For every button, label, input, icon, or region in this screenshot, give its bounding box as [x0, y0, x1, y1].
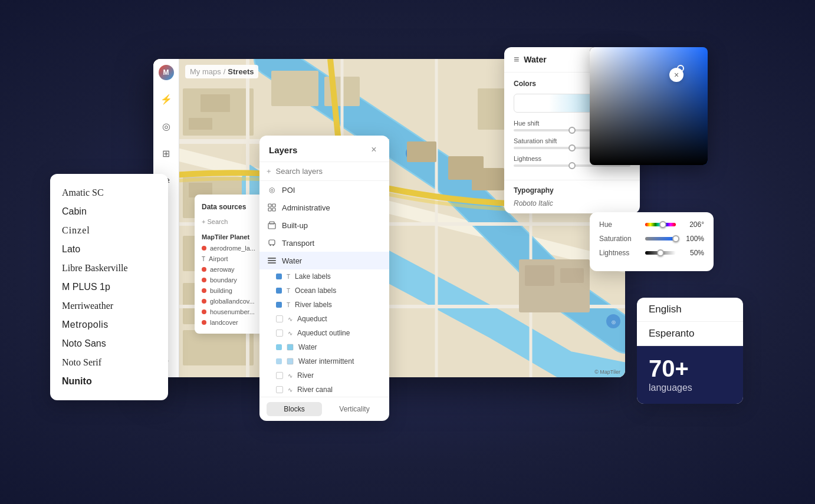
lightness-label: Lightness	[599, 249, 640, 257]
lang-count: 70+	[649, 357, 731, 380]
color-picker-gradient[interactable]	[590, 47, 708, 165]
font-item-cabin[interactable]: Cabin	[50, 202, 168, 221]
font-item-amatic[interactable]: Amatic SC	[50, 183, 168, 202]
layer-item-river-canal[interactable]: ∿ River canal	[259, 383, 389, 397]
lang-count-label: languages	[649, 383, 731, 393]
hue-slider-track[interactable]	[645, 223, 676, 226]
lang-count-box: 70+ languages	[637, 346, 743, 404]
toolbar-lightning[interactable]: ⚡	[158, 91, 175, 107]
lightness-shift-thumb[interactable]	[568, 162, 576, 169]
toolbar-layers[interactable]: ⊞	[158, 145, 175, 162]
svg-rect-44	[269, 240, 275, 245]
layer-item-aqueduct-outline[interactable]: ∿ Aqueduct outline	[259, 326, 389, 340]
data-sources-search-label: + Search	[202, 218, 228, 225]
water-hamburger-icon: ≡	[514, 54, 519, 65]
lang-esperanto[interactable]: Esperanto	[637, 322, 743, 346]
svg-rect-36	[560, 268, 584, 283]
ds-dot-house	[202, 309, 206, 314]
water-header-left: ≡ Water	[514, 54, 547, 65]
saturation-shift-thumb[interactable]	[568, 144, 576, 151]
layer-item-lake-labels[interactable]: T Lake labels	[259, 269, 389, 284]
river-checkbox[interactable]	[276, 372, 283, 379]
lang-english[interactable]: English	[637, 298, 743, 322]
ds-dot-boundary	[202, 278, 206, 282]
color-picker-panel[interactable]	[590, 47, 708, 165]
layers-panel: Layers × + ◎ POI Administrative Built-up	[259, 136, 389, 421]
hue-label: Hue	[599, 220, 640, 229]
layer-item-aqueduct[interactable]: ∿ Aqueduct	[259, 312, 389, 326]
layers-search-bar[interactable]: +	[259, 162, 389, 181]
typography-section-title: Typography	[514, 186, 630, 195]
hue-slider-thumb[interactable]	[659, 221, 666, 228]
breadcrumb-separator: /	[224, 67, 226, 76]
layer-group-water[interactable]: Water	[259, 252, 389, 269]
water-typography-section: Typography Roboto Italic	[504, 180, 640, 213]
font-item-cinzel[interactable]: Cinzel	[50, 221, 168, 240]
maptiler-logo[interactable]: M	[159, 65, 174, 80]
layer-group-poi[interactable]: ◎ POI	[259, 181, 389, 199]
font-panel: Amatic SC Cabin Cinzel Lato Libre Basker…	[50, 174, 168, 400]
hsl-panel: Hue 206° Saturation 100% Lightness 50%	[590, 212, 714, 271]
svg-text:◎: ◎	[612, 319, 616, 325]
saturation-slider-thumb[interactable]	[672, 235, 679, 242]
layers-header: Layers ×	[259, 136, 389, 162]
layer-item-ocean-labels[interactable]: T Ocean labels	[259, 284, 389, 298]
font-item-noto-sans[interactable]: Noto Sans	[50, 334, 168, 353]
poi-label: POI	[282, 186, 295, 195]
layer-item-river-labels[interactable]: T River labels	[259, 298, 389, 312]
lake-color	[276, 274, 282, 279]
poi-icon: ◎	[267, 185, 277, 195]
layer-group-transport[interactable]: Transport	[259, 234, 389, 252]
layers-title: Layers	[269, 145, 297, 155]
font-item-lato[interactable]: Lato	[50, 240, 168, 259]
tab-blocks[interactable]: Blocks	[267, 402, 322, 416]
svg-rect-28	[472, 168, 504, 190]
transport-icon	[267, 238, 277, 248]
font-item-merriweather[interactable]: Merriweather	[50, 297, 168, 315]
water-panel-title: Water	[524, 55, 546, 64]
layer-item-water[interactable]: Water	[259, 340, 389, 354]
outer-close-button[interactable]: ×	[669, 68, 683, 82]
lightness-slider-thumb[interactable]	[657, 249, 664, 256]
font-item-mplus[interactable]: M PLUS 1p	[50, 278, 168, 297]
saturation-value: 100%	[681, 235, 704, 243]
river-canal-checkbox[interactable]	[276, 386, 283, 393]
aqueduct-checkbox[interactable]	[276, 315, 283, 322]
lightness-row: Lightness 50%	[599, 249, 704, 257]
builtup-label: Built-up	[282, 221, 308, 230]
svg-rect-12	[183, 330, 254, 365]
ds-dot-building	[202, 288, 206, 293]
layer-item-water-intermittent[interactable]: Water intermittent	[259, 354, 389, 368]
svg-rect-40	[268, 208, 271, 211]
ds-dot-aeroway	[202, 267, 206, 272]
svg-rect-39	[272, 204, 275, 207]
breadcrumb-mymaps[interactable]: My maps	[190, 67, 221, 76]
svg-rect-35	[525, 265, 554, 286]
transport-label: Transport	[282, 239, 314, 248]
breadcrumb-streets: Streets	[228, 67, 254, 76]
svg-rect-47	[287, 344, 293, 350]
layer-group-builtup[interactable]: Built-up	[259, 216, 389, 234]
hue-shift-thumb[interactable]	[568, 127, 576, 134]
builtup-icon	[267, 220, 277, 230]
font-item-libre[interactable]: Libre Baskerville	[50, 259, 168, 278]
font-item-metropolis[interactable]: Metropolis	[50, 315, 168, 334]
lightness-slider-track[interactable]	[645, 251, 676, 255]
font-item-nunito[interactable]: Nunito	[50, 372, 168, 391]
font-item-noto-serif[interactable]: Noto Serif	[50, 353, 168, 372]
saturation-slider-track[interactable]	[645, 237, 676, 241]
layer-group-administrative[interactable]: Administrative	[259, 199, 389, 216]
svg-point-46	[272, 245, 274, 246]
layers-close-button[interactable]: ×	[368, 144, 380, 156]
water-color	[276, 344, 282, 350]
svg-point-45	[270, 245, 271, 246]
aqueduct-outline-checkbox[interactable]	[276, 330, 283, 337]
river-labels-color	[276, 302, 282, 308]
toolbar-location[interactable]: ◎	[158, 118, 175, 134]
tab-verticality[interactable]: Verticality	[327, 402, 382, 416]
layers-search-input[interactable]	[276, 167, 382, 176]
typography-font-name[interactable]: Roboto Italic	[514, 199, 630, 207]
layer-item-river[interactable]: ∿ River	[259, 368, 389, 383]
svg-rect-26	[407, 141, 436, 162]
ocean-color	[276, 288, 282, 294]
